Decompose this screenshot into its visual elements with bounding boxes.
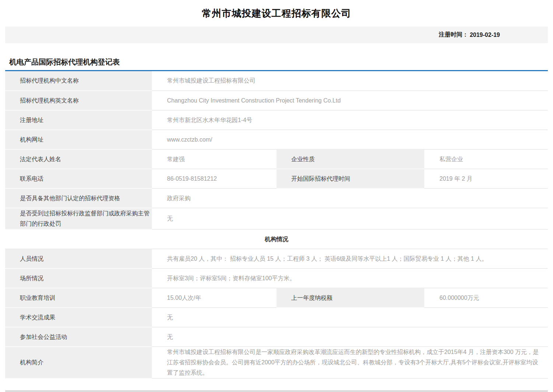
row-value: 常建强 bbox=[152, 149, 276, 169]
registration-bar: 注册时间： 2019-02-19 bbox=[5, 27, 548, 43]
row-label: 联系电话 bbox=[5, 169, 152, 188]
row-label: 职业教育培训 bbox=[5, 288, 152, 308]
row-label: 注册地址 bbox=[5, 110, 152, 130]
row-value: 常州市城投建设工程招标有限公司 bbox=[152, 71, 548, 91]
page-header: 常州市城投建设工程招标有限公司 bbox=[0, 0, 553, 27]
table-row: 职业教育培训 15.00人次/年 上一年度纳税额 60.000000万元 bbox=[5, 288, 548, 308]
row-label: 机构简介 bbox=[5, 347, 152, 378]
table-row: 机构网址 www.czctzb.com/ bbox=[5, 130, 548, 149]
row-label: 上一年度纳税额 bbox=[276, 288, 424, 308]
row-value: 无 bbox=[152, 208, 548, 229]
registration-time-value: 2019-02-19 bbox=[470, 32, 500, 38]
footer-strip bbox=[5, 390, 548, 392]
row-label: 人员情况 bbox=[5, 249, 152, 268]
row-label: 招标代理机构中文名称 bbox=[5, 71, 152, 91]
row-value: 86-0519-81581212 bbox=[152, 169, 276, 188]
row-label: 招标代理机构英文名称 bbox=[5, 91, 152, 110]
row-label: 法定代表人姓名 bbox=[5, 149, 152, 169]
table-section-row: 机构情况 bbox=[5, 229, 548, 249]
row-label: 场所情况 bbox=[5, 268, 152, 288]
table-row: 招标代理机构中文名称 常州市城投建设工程招标有限公司 bbox=[5, 71, 548, 91]
table-row: 联系电话 86-0519-81581212 开始国际招标代理时间 2019 年 … bbox=[5, 169, 548, 188]
table-row: 学术交流成果 无 bbox=[5, 308, 548, 327]
row-value: 无 bbox=[152, 327, 548, 347]
row-value: 政府采购 bbox=[152, 188, 548, 208]
row-label: 是否受到过招标投标行政监督部门或政府采购主管部门的行政处罚 bbox=[5, 208, 152, 229]
table-row: 是否具备其他部门认定的招标代理资格 政府采购 bbox=[5, 188, 548, 208]
registration-time-label: 注册时间： bbox=[439, 31, 468, 39]
row-value: Changzhou City Investment Construction P… bbox=[152, 91, 548, 110]
row-label: 企业性质 bbox=[276, 149, 424, 169]
row-value: 2019 年 2 月 bbox=[424, 169, 548, 188]
table-row: 机构简介 常州市城投建设工程招标有限公司是一家顺应政府采购改革潮流应运而生的新型… bbox=[5, 347, 548, 378]
table-row: 参加社会公益活动 无 bbox=[5, 327, 548, 347]
row-value: 无 bbox=[152, 308, 548, 327]
row-value: 私营企业 bbox=[424, 149, 548, 169]
table-row: 人员情况 共有雇员20 人，其中： 招标专业人员 15 人；工程师 3 人； 英… bbox=[5, 249, 548, 268]
registration-table: 招标代理机构中文名称 常州市城投建设工程招标有限公司 招标代理机构英文名称 Ch… bbox=[5, 71, 548, 379]
row-value: 15.00人次/年 bbox=[152, 288, 276, 308]
row-value: 共有雇员20 人，其中： 招标专业人员 15 人；工程师 3 人； 英语6级及同… bbox=[152, 249, 548, 268]
row-label: 开始国际招标代理时间 bbox=[276, 169, 424, 188]
table-row: 场所情况 开标室3间；评标室5间；资料存储室100平方米。 bbox=[5, 268, 548, 288]
table-row: 招标代理机构英文名称 Changzhou City Investment Con… bbox=[5, 91, 548, 110]
section-title: 机电产品国际招标代理机构登记表 bbox=[5, 57, 548, 67]
website-url: www.czctzb.com/ bbox=[152, 130, 548, 149]
row-value: 60.000000万元 bbox=[424, 288, 548, 308]
table-row: 是否受到过招标投标行政监督部门或政府采购主管部门的行政处罚 无 bbox=[5, 208, 548, 229]
row-label: 参加社会公益活动 bbox=[5, 327, 152, 347]
row-value: 常州市城投建设工程招标有限公司是一家顺应政府采购改革潮流应运而生的新型的专业性招… bbox=[152, 347, 548, 378]
table-row: 法定代表人姓名 常建强 企业性质 私营企业 bbox=[5, 149, 548, 169]
row-value: 常州市新北区水木年华花园1-4号 bbox=[152, 110, 548, 130]
table-row: 注册地址 常州市新北区水木年华花园1-4号 bbox=[5, 110, 548, 130]
page-title: 常州市城投建设工程招标有限公司 bbox=[202, 7, 351, 20]
row-label: 学术交流成果 bbox=[5, 308, 152, 327]
section-row-title: 机构情况 bbox=[5, 229, 548, 249]
row-value: 开标室3间；评标室5间；资料存储室100平方米。 bbox=[152, 268, 548, 288]
row-label: 机构网址 bbox=[5, 130, 152, 149]
row-label: 是否具备其他部门认定的招标代理资格 bbox=[5, 188, 152, 208]
